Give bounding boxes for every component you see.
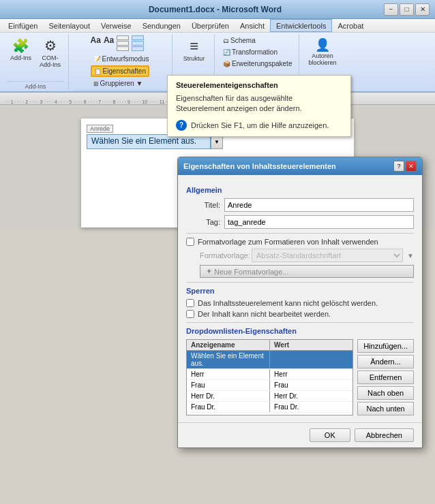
separator1: [186, 233, 414, 234]
dialog-overlay: Eigenschaften von Inhaltssteuerelementen…: [0, 0, 435, 504]
list-item-anzeigename: Herr: [187, 369, 270, 379]
list-item[interactable]: Herr Herr: [187, 369, 352, 380]
col-anzeigename: Anzeigename: [187, 340, 270, 350]
aendern-button[interactable]: Ändern...: [357, 355, 414, 368]
neue-btn-icon: ✦: [206, 267, 212, 276]
dropdown-buttons: Hinzufügen... Ändern... Entfernen Nach o…: [357, 339, 414, 415]
tag-input[interactable]: [224, 215, 414, 229]
abbrechen-button[interactable]: Abbrechen: [355, 428, 414, 442]
list-item[interactable]: Frau Frau: [187, 380, 352, 391]
list-item-anzeigename: Herr Dr.: [187, 391, 270, 401]
tag-label: Tag:: [186, 218, 220, 226]
dialog-title-text: Eigenschaften von Inhaltssteuerelementen: [183, 162, 336, 170]
dialog-title-bar: Eigenschaften von Inhaltssteuerelementen…: [178, 157, 422, 175]
formatvorlage-checkbox[interactable]: [186, 238, 194, 246]
list-item-anzeigename: Frau: [187, 380, 270, 390]
entfernen-button[interactable]: Entfernen: [357, 371, 414, 384]
formatvorlage-row: Formatvorlage: Absatz-Standardschriftart…: [200, 249, 414, 262]
separator2: [186, 282, 414, 283]
neue-btn-label: Neue Formatvorlage...: [214, 268, 288, 276]
fv-select[interactable]: Absatz-Standardschriftart: [252, 249, 403, 262]
lock2-row: Der Inhalt kann nicht bearbeitet werden.: [186, 310, 414, 318]
list-item-wert: Herr Dr.: [270, 391, 352, 401]
dropdown-section-header: Dropdownlisten-Eigenschaften: [186, 327, 414, 335]
fv-label: Formatvorlage:: [200, 251, 247, 259]
list-item[interactable]: Frau Dr. Frau Dr.: [187, 402, 352, 413]
lock2-checkbox[interactable]: [186, 310, 194, 318]
lock1-checkbox[interactable]: [186, 299, 194, 307]
formatvorlage-checkbox-row: Formatvorlage zum Formatieren von Inhalt…: [186, 238, 414, 246]
sperren-section-header: Sperren: [186, 287, 414, 295]
list-item-wert: Frau Dr.: [270, 402, 352, 412]
title-label: Titel:: [186, 201, 220, 209]
general-section-header: Allgemein: [186, 186, 414, 194]
dropdown-table-area: Anzeigename Wert Wählen Sie ein Element …: [186, 339, 414, 415]
list-item-anzeigename: Frau Dr.: [187, 402, 270, 412]
tag-row: Tag:: [186, 215, 414, 229]
lock1-row: Das Inhaltssteuerelement kann nicht gelö…: [186, 299, 414, 307]
lock1-label: Das Inhaltssteuerelement kann nicht gelö…: [198, 299, 378, 307]
list-item-wert: Herr: [270, 369, 352, 379]
list-header: Anzeigename Wert: [187, 340, 352, 351]
title-input[interactable]: [224, 198, 414, 212]
dialog-body: Allgemein Titel: Tag: Formatvorlage zum …: [178, 175, 422, 422]
nach-oben-button[interactable]: Nach oben: [357, 386, 414, 400]
dialog-footer: OK Abbrechen: [178, 422, 422, 447]
separator3: [186, 322, 414, 323]
dialog-title-icons: ? ✕: [393, 161, 417, 172]
dialog-close-button[interactable]: ✕: [406, 161, 417, 172]
list-item-anzeigename: Wählen Sie ein Element aus.: [187, 351, 270, 368]
hinzufuegen-button[interactable]: Hinzufügen...: [357, 339, 414, 353]
dialog-help-button[interactable]: ?: [393, 161, 404, 172]
fv-arrow: ▼: [407, 252, 414, 259]
dialog: Eigenschaften von Inhaltssteuerelementen…: [177, 157, 423, 448]
lock2-label: Der Inhalt kann nicht bearbeitet werden.: [198, 310, 331, 318]
ok-button[interactable]: OK: [310, 428, 350, 442]
list-item[interactable]: Herr Dr. Herr Dr.: [187, 391, 352, 402]
neue-formatvorlage-btn[interactable]: ✦ Neue Formatvorlage...: [200, 265, 414, 278]
list-item-wert: Frau: [270, 380, 352, 390]
dropdown-list-container: Anzeigename Wert Wählen Sie ein Element …: [186, 339, 353, 415]
formatvorlage-label: Formatvorlage zum Formatieren von Inhalt…: [198, 238, 378, 246]
list-item[interactable]: Wählen Sie ein Element aus.: [187, 351, 352, 369]
list-item-wert: [270, 351, 352, 368]
title-row: Titel:: [186, 198, 414, 212]
col-wert: Wert: [270, 340, 352, 350]
nach-unten-button[interactable]: Nach unten: [357, 402, 414, 415]
